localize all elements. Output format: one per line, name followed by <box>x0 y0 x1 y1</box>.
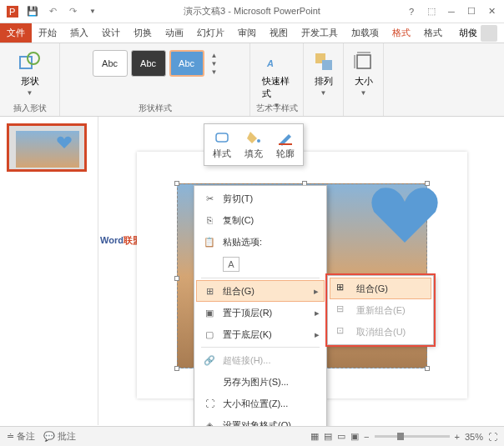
submenu-arrow-icon: ▸ <box>315 329 320 340</box>
close-button[interactable]: ✕ <box>484 6 499 18</box>
quick-styles-label: 快速样式 <box>262 75 291 100</box>
group-wordart: A 快速样式 ▼ 艺术字样式 <box>250 43 304 116</box>
zoom-out-button[interactable]: − <box>364 432 369 442</box>
view-slideshow-icon[interactable]: ▣ <box>350 431 359 442</box>
svg-rect-10 <box>216 133 228 142</box>
ctx-hyperlink: 🔗超链接(H)... <box>196 349 325 371</box>
shape-style-2[interactable]: Abc <box>131 50 166 77</box>
copy-icon: ⎘ <box>203 213 216 227</box>
size-label: 大小 <box>355 75 373 88</box>
shapes-icon <box>18 50 42 73</box>
avatar <box>481 25 497 42</box>
ctx-group[interactable]: ⊞组合(G)▸ <box>196 280 325 302</box>
fit-window-icon[interactable]: ⛶ <box>488 432 497 442</box>
submenu-group[interactable]: ⊞组合(G) <box>330 278 431 299</box>
tab-home[interactable]: 开始 <box>32 23 63 43</box>
redo-icon[interactable]: ↷ <box>65 4 80 19</box>
view-reading-icon[interactable]: ▭ <box>337 431 345 442</box>
tab-file[interactable]: 文件 <box>0 23 32 43</box>
fill-icon <box>245 129 262 146</box>
tab-animations[interactable]: 动画 <box>159 23 190 43</box>
maximize-button[interactable]: ☐ <box>464 6 479 18</box>
tab-design[interactable]: 设计 <box>95 23 127 43</box>
minimize-button[interactable]: ─ <box>444 6 459 18</box>
arrange-icon <box>312 50 335 73</box>
outline-icon <box>277 129 294 146</box>
group-size: 大小 ▼ <box>344 43 384 116</box>
wordart-icon: A <box>265 50 289 73</box>
tab-addins[interactable]: 加载项 <box>345 23 386 43</box>
svg-rect-6 <box>322 60 332 70</box>
shapes-button[interactable]: 形状 ▼ <box>13 47 47 100</box>
notes-icon: ≐ <box>7 431 14 442</box>
ctx-paste-option-1[interactable]: A <box>196 253 325 276</box>
ribbon-options-icon[interactable]: ⬚ <box>424 6 439 18</box>
mini-outline-button[interactable]: 轮廓 <box>276 129 295 160</box>
svg-point-11 <box>257 139 260 143</box>
comments-button[interactable]: 💬批注 <box>43 430 76 443</box>
ribbon-tabs: 文件 开始 插入 设计 切换 动画 幻灯片 审阅 视图 开发工具 加载项 格式 … <box>0 23 504 43</box>
tab-review[interactable]: 审阅 <box>231 23 263 43</box>
slide-thumbnails: 1 <box>0 117 98 425</box>
size-button[interactable]: 大小 ▼ <box>347 47 381 100</box>
link-icon: 🔗 <box>203 353 216 367</box>
ctx-send-back[interactable]: ▢置于底层(K)▸ <box>196 323 325 345</box>
cut-icon: ✂ <box>203 192 216 205</box>
svg-rect-7 <box>357 55 370 68</box>
arrange-button[interactable]: 排列 ▼ <box>307 47 340 100</box>
shapes-label: 形状 <box>21 75 39 88</box>
ribbon: 形状 ▼ 插入形状 Abc Abc Abc ▲ ▼ ▼ 形状样式 A 快速样式 … <box>0 43 504 117</box>
save-icon[interactable]: 💾 <box>25 4 40 19</box>
chevron-down-icon: ▼ <box>360 89 367 97</box>
size-icon <box>352 50 375 73</box>
zoom-slider[interactable] <box>375 435 450 438</box>
gallery-up-icon[interactable]: ▲ <box>211 52 218 59</box>
tab-insert[interactable]: 插入 <box>63 23 95 43</box>
tab-view[interactable]: 视图 <box>263 23 295 43</box>
ctx-cut[interactable]: ✂剪切(T) <box>196 188 325 209</box>
shape-style-3[interactable]: Abc <box>169 50 204 77</box>
notes-button[interactable]: ≐备注 <box>7 430 35 443</box>
mini-fill-button[interactable]: 填充 <box>244 129 263 160</box>
context-menu: ✂剪切(T) ⎘复制(C) 📋粘贴选项: A ⊞组合(G)▸ ▣置于顶层(R)▸… <box>194 185 327 438</box>
title-bar: P 💾 ↶ ↷ ▼ 演示文稿3 - Microsoft PowerPoint ?… <box>0 0 504 23</box>
ctx-bring-front[interactable]: ▣置于顶层(R)▸ <box>196 302 325 323</box>
quick-access-toolbar: P 💾 ↶ ↷ ▼ <box>0 4 105 19</box>
undo-icon[interactable]: ↶ <box>45 4 60 19</box>
tab-developer[interactable]: 开发工具 <box>295 23 345 43</box>
ctx-size-position[interactable]: ⛶大小和位置(Z)... <box>196 393 325 414</box>
tab-format1[interactable]: 格式 <box>386 23 417 43</box>
submenu-arrow-icon: ▸ <box>315 308 320 318</box>
regroup-icon: ⊟ <box>336 303 350 317</box>
slide-thumbnail-1[interactable] <box>7 123 87 172</box>
chevron-down-icon: ▼ <box>27 89 33 97</box>
gallery-down-icon[interactable]: ▼ <box>211 60 218 68</box>
zoom-in-button[interactable]: + <box>455 432 460 442</box>
ctx-copy[interactable]: ⎘复制(C) <box>196 209 325 231</box>
separator <box>201 347 320 348</box>
bring-front-icon: ▣ <box>203 306 216 319</box>
ctx-save-as-picture[interactable]: 另存为图片(S)... <box>196 371 325 393</box>
shape-style-1[interactable]: Abc <box>93 50 128 77</box>
arrange-label: 排列 <box>315 75 333 88</box>
group-icon: ⊞ <box>203 284 216 298</box>
submenu-ungroup: ⊡取消组合(U) <box>330 321 431 343</box>
view-normal-icon[interactable]: ▦ <box>310 431 319 442</box>
user-area[interactable]: 胡俊 <box>452 23 504 43</box>
tab-slideshow[interactable]: 幻灯片 <box>190 23 231 43</box>
heart-shape[interactable] <box>367 180 442 247</box>
ctx-paste-options: 📋粘贴选项: <box>196 231 325 253</box>
zoom-level[interactable]: 35% <box>465 432 483 442</box>
help-icon[interactable]: ? <box>404 6 419 18</box>
size-pos-icon: ⛶ <box>203 397 216 410</box>
shape-style-gallery[interactable]: Abc Abc Abc ▲ ▼ ▼ <box>89 47 221 80</box>
view-sorter-icon[interactable]: ▤ <box>324 431 332 442</box>
qat-more-icon[interactable]: ▼ <box>85 4 100 19</box>
group-arrange: 排列 ▼ <box>304 43 344 116</box>
mini-style-button[interactable]: 样式 <box>213 129 231 160</box>
send-back-icon: ▢ <box>203 328 216 341</box>
window-controls: ? ⬚ ─ ☐ ✕ <box>399 6 504 18</box>
tab-transitions[interactable]: 切换 <box>127 23 159 43</box>
tab-format2[interactable]: 格式 <box>417 23 449 43</box>
gallery-more-icon[interactable]: ▼ <box>211 68 218 76</box>
